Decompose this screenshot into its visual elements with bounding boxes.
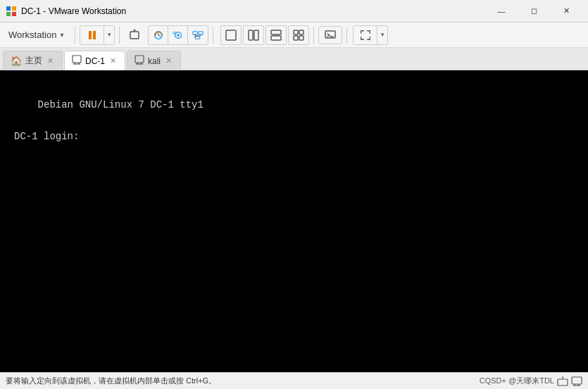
view-split-h-button[interactable]: [243, 25, 264, 45]
view-quad-button[interactable]: [288, 25, 309, 45]
snapshot-revert-button[interactable]: [149, 26, 168, 44]
window-title: DC-1 - VMware Workstation: [21, 6, 485, 16]
separator-4: [313, 27, 314, 44]
console-button[interactable]: [318, 26, 342, 44]
tab-dc1-close[interactable]: ✕: [108, 56, 118, 66]
app-icon: [6, 6, 17, 17]
svg-rect-24: [271, 36, 281, 40]
svg-rect-3: [12, 12, 16, 16]
svg-rect-14: [199, 31, 203, 34]
tab-kali-label: kali: [148, 56, 161, 66]
svg-rect-35: [135, 56, 144, 63]
network-icon: [557, 376, 568, 387]
snapshot-group: [148, 25, 208, 45]
tab-dc1-icon: [72, 55, 82, 67]
status-right: CQSD+ @天哪来TDL: [480, 376, 582, 387]
svg-rect-0: [6, 6, 11, 11]
maximize-button[interactable]: ◻: [518, 0, 550, 23]
snapshot-take-button[interactable]: [168, 26, 188, 44]
svg-rect-41: [572, 377, 582, 384]
separator-2: [119, 27, 120, 44]
fullscreen-button[interactable]: [354, 26, 377, 44]
separator-1: [75, 27, 75, 44]
vm-screen[interactable]: Debian GNU/Linux 7 DC-1 tty1 DC-1 login:: [0, 70, 588, 372]
status-bar: 要将输入定向到该虚拟机，请在虚拟机内部单击或按 Ctrl+G。 CQSD+ @天…: [0, 372, 588, 389]
workstation-dropdown-arrow: ▼: [58, 32, 65, 39]
svg-rect-5: [93, 31, 96, 39]
svg-rect-4: [89, 31, 92, 39]
svg-rect-28: [299, 36, 304, 40]
svg-rect-31: [73, 56, 81, 63]
usb-connect-button[interactable]: [124, 25, 145, 45]
tab-dc1-label: DC-1: [85, 56, 105, 66]
tab-home[interactable]: 🏠 主页 ✕: [3, 51, 63, 70]
display-icon: [571, 376, 582, 387]
tab-dc1[interactable]: DC-1 ✕: [64, 51, 125, 70]
separator-3: [213, 27, 213, 44]
view-group: [220, 25, 309, 45]
svg-rect-25: [294, 30, 298, 34]
svg-rect-6: [130, 32, 139, 39]
view-split-v-button[interactable]: [265, 25, 287, 45]
pause-group: ▼: [80, 25, 115, 45]
svg-rect-23: [271, 30, 281, 34]
close-button[interactable]: ✕: [550, 0, 582, 23]
separator-5: [346, 27, 347, 44]
tab-kali[interactable]: kali ✕: [127, 51, 181, 70]
minimize-button[interactable]: —: [485, 0, 518, 23]
tab-home-label: 主页: [25, 55, 42, 67]
vm-console-output: Debian GNU/Linux 7 DC-1 tty1 DC-1 login:: [0, 70, 218, 172]
status-hint-text: 要将输入定向到该虚拟机，请在虚拟机内部单击或按 Ctrl+G。: [6, 376, 216, 386]
svg-rect-39: [558, 379, 568, 385]
tab-bar: 🏠 主页 ✕ DC-1 ✕ kali ✕: [0, 48, 588, 70]
workstation-label: Workstation: [8, 30, 56, 40]
svg-rect-26: [299, 30, 304, 34]
tab-home-close[interactable]: ✕: [46, 56, 55, 66]
svg-rect-13: [193, 31, 197, 34]
view-single-button[interactable]: [220, 25, 242, 45]
svg-rect-1: [12, 6, 16, 11]
window-controls: — ◻ ✕: [485, 0, 582, 23]
status-hint: 要将输入定向到该虚拟机，请在虚拟机内部单击或按 Ctrl+G。: [6, 376, 216, 386]
menu-bar: Workstation ▼ ▼: [0, 23, 588, 48]
workstation-menu[interactable]: Workstation ▼: [3, 27, 70, 43]
title-bar: DC-1 - VMware Workstation — ◻ ✕: [0, 0, 588, 23]
status-right-text: CQSD+ @天哪来TDL: [480, 376, 554, 386]
svg-rect-20: [226, 30, 236, 40]
tab-kali-close[interactable]: ✕: [164, 56, 173, 66]
pause-button[interactable]: [80, 26, 104, 44]
svg-rect-2: [6, 12, 11, 16]
fullscreen-group: ▼: [353, 25, 388, 45]
pause-dropdown-arrow[interactable]: ▼: [104, 26, 114, 44]
fullscreen-dropdown-arrow[interactable]: ▼: [377, 26, 387, 44]
svg-rect-15: [196, 36, 200, 39]
svg-rect-27: [294, 36, 298, 40]
svg-rect-21: [249, 30, 253, 40]
tab-home-icon: 🏠: [11, 56, 22, 66]
svg-rect-22: [254, 30, 258, 40]
svg-point-10: [177, 34, 180, 37]
tab-kali-icon: [135, 55, 144, 67]
snapshot-manage-button[interactable]: [188, 26, 208, 44]
